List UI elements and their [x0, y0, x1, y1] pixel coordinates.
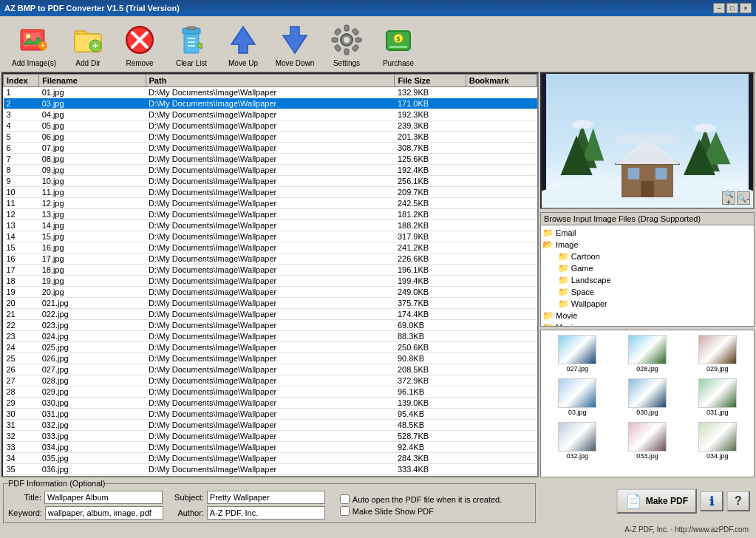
table-row[interactable]: 27 028.jpg D:\My Documents\Image\Wallpap…: [4, 375, 537, 387]
thumbnail-item[interactable]: 031.jpg: [684, 377, 751, 418]
keyword-input[interactable]: [45, 506, 163, 520]
table-row[interactable]: 30 031.jpg D:\My Documents\Image\Wallpap…: [4, 409, 537, 420]
cell-filesize: 208.5KB: [395, 364, 466, 375]
table-row[interactable]: 31 032.jpg D:\My Documents\Image\Wallpap…: [4, 420, 537, 431]
thumbnail-item[interactable]: 027.jpg: [544, 333, 611, 374]
table-row[interactable]: 4 05.jpg D:\My Documents\Image\Wallpaper…: [4, 120, 537, 132]
col-header-bookmark[interactable]: Bookmark: [466, 75, 537, 87]
table-row[interactable]: 32 033.jpg D:\My Documents\Image\Wallpap…: [4, 431, 537, 442]
table-row[interactable]: 15 16.jpg D:\My Documents\Image\Wallpape…: [4, 242, 537, 253]
close-button[interactable]: ×: [740, 3, 752, 13]
info-button[interactable]: ℹ: [700, 491, 723, 511]
move-up-button[interactable]: Move Up: [217, 21, 269, 69]
table-row[interactable]: 34 035.jpg D:\My Documents\Image\Wallpap…: [4, 453, 537, 464]
cell-filename: 12.jpg: [39, 198, 146, 209]
table-row[interactable]: 5 06.jpg D:\My Documents\Image\Wallpaper…: [4, 132, 537, 143]
cell-filesize: 201.3KB: [395, 132, 466, 143]
cell-filename: 03.jpg: [39, 98, 146, 109]
maximize-button[interactable]: □: [726, 3, 738, 13]
cell-filesize: 375.7KB: [395, 298, 466, 309]
settings-button[interactable]: Settings: [321, 21, 372, 69]
table-row[interactable]: 18 19.jpg D:\My Documents\Image\Wallpape…: [4, 276, 537, 287]
tree-item[interactable]: 📁 Cartoon: [542, 251, 752, 262]
table-row[interactable]: 11 12.jpg D:\My Documents\Image\Wallpape…: [4, 198, 537, 209]
tree-item[interactable]: 📁 Wallpaper: [542, 298, 752, 310]
thumbnail-item[interactable]: 033.jpg: [614, 420, 681, 461]
thumbnail-item[interactable]: 03.jpg: [544, 377, 611, 418]
table-row[interactable]: 9 10.jpg D:\My Documents\Image\Wallpaper…: [4, 176, 537, 187]
cell-bookmark: [466, 464, 537, 475]
make-pdf-button[interactable]: 📄 Make PDF: [616, 488, 697, 514]
cell-filesize: 88.3KB: [395, 331, 466, 342]
zoom-out-button[interactable]: 🔍-: [737, 191, 750, 205]
clear-list-label: Clear List: [176, 59, 207, 67]
table-row[interactable]: 14 15.jpg D:\My Documents\Image\Wallpape…: [4, 231, 537, 242]
minimize-button[interactable]: −: [713, 3, 725, 13]
table-row[interactable]: 21 022.jpg D:\My Documents\Image\Wallpap…: [4, 309, 537, 320]
thumbnail-item[interactable]: 032.jpg: [544, 420, 611, 461]
table-row[interactable]: 23 024.jpg D:\My Documents\Image\Wallpap…: [4, 331, 537, 342]
tree-item[interactable]: 📁 Music: [542, 321, 752, 326]
col-header-index[interactable]: Index: [4, 75, 39, 87]
remove-button[interactable]: Remove: [114, 21, 166, 69]
thumbnails-grid: 027.jpg 028.jpg 029.jpg 03.jpg 030.jpg 0…: [541, 330, 754, 464]
auto-open-checkbox[interactable]: [340, 494, 350, 504]
col-header-filename[interactable]: Filename: [39, 75, 146, 87]
cell-path: D:\My Documents\Image\Wallpaper: [146, 265, 395, 276]
table-row[interactable]: 19 20.jpg D:\My Documents\Image\Wallpape…: [4, 287, 537, 298]
table-row[interactable]: 10 11.jpg D:\My Documents\Image\Wallpape…: [4, 187, 537, 198]
thumbnail-item[interactable]: 034.jpg: [684, 420, 751, 461]
table-row[interactable]: 33 034.jpg D:\My Documents\Image\Wallpap…: [4, 442, 537, 453]
help-button[interactable]: ?: [726, 491, 750, 511]
table-row[interactable]: 29 030.jpg D:\My Documents\Image\Wallpap…: [4, 398, 537, 409]
thumbnail-item[interactable]: 029.jpg: [684, 333, 751, 374]
purchase-icon: $: [381, 22, 416, 58]
file-browser-tree[interactable]: 📁 Email 📂 Image 📁 Cartoon 📁 Game 📁 Lands…: [541, 225, 754, 326]
thumbnails-area[interactable]: 027.jpg 028.jpg 029.jpg 03.jpg 030.jpg 0…: [540, 330, 755, 477]
table-row[interactable]: 26 027.jpg D:\My Documents\Image\Wallpap…: [4, 364, 537, 375]
tree-item[interactable]: 📁 Space: [542, 286, 752, 298]
tree-item[interactable]: 📂 Image: [542, 239, 752, 251]
table-row[interactable]: 3 04.jpg D:\My Documents\Image\Wallpaper…: [4, 109, 537, 120]
thumb-image: [558, 335, 596, 364]
table-row[interactable]: 16 17.jpg D:\My Documents\Image\Wallpape…: [4, 253, 537, 265]
cell-filename: 030.jpg: [39, 398, 146, 409]
table-row[interactable]: 1 01.jpg D:\My Documents\Image\Wallpaper…: [4, 87, 537, 98]
table-row[interactable]: 24 025.jpg D:\My Documents\Image\Wallpap…: [4, 342, 537, 353]
clear-list-button[interactable]: Clear List: [166, 21, 217, 69]
thumbnail-item[interactable]: 030.jpg: [614, 377, 681, 418]
thumbnail-item[interactable]: 028.jpg: [614, 333, 681, 374]
subject-input[interactable]: [207, 491, 325, 504]
table-row[interactable]: 12 13.jpg D:\My Documents\Image\Wallpape…: [4, 209, 537, 220]
table-row[interactable]: 25 026.jpg D:\My Documents\Image\Wallpap…: [4, 353, 537, 364]
table-row[interactable]: 8 09.jpg D:\My Documents\Image\Wallpaper…: [4, 165, 537, 176]
table-row[interactable]: 13 14.jpg D:\My Documents\Image\Wallpape…: [4, 220, 537, 231]
col-header-path[interactable]: Path: [146, 75, 395, 87]
table-row[interactable]: 20 021.jpg D:\My Documents\Image\Wallpap…: [4, 298, 537, 309]
cell-path: D:\My Documents\Image\Wallpaper: [146, 342, 395, 353]
move-down-button[interactable]: Move Down: [269, 21, 321, 69]
author-input[interactable]: [207, 506, 325, 520]
table-row[interactable]: 7 08.jpg D:\My Documents\Image\Wallpaper…: [4, 154, 537, 165]
table-row[interactable]: 6 07.jpg D:\My Documents\Image\Wallpaper…: [4, 143, 537, 154]
tree-item[interactable]: 📁 Game: [542, 262, 752, 274]
table-row[interactable]: 28 029.jpg D:\My Documents\Image\Wallpap…: [4, 387, 537, 398]
file-table-scroll[interactable]: Index Filename Path File Size Bookmark 1…: [3, 74, 537, 476]
cell-index: 7: [4, 154, 39, 165]
table-row[interactable]: 17 18.jpg D:\My Documents\Image\Wallpape…: [4, 265, 537, 276]
slide-show-checkbox[interactable]: [340, 506, 350, 516]
title-input[interactable]: [44, 491, 163, 504]
table-row[interactable]: 2 03.jpg D:\My Documents\Image\Wallpaper…: [4, 98, 537, 109]
col-header-filesize[interactable]: File Size: [395, 75, 466, 87]
add-images-button[interactable]: + Add Image(s): [6, 21, 62, 69]
tree-item[interactable]: 📁 Landscape: [542, 274, 752, 286]
purchase-button[interactable]: $ Purchase: [372, 21, 424, 69]
add-dir-button[interactable]: + Add Dir: [62, 21, 114, 69]
zoom-in-button[interactable]: 🔍+: [722, 191, 735, 205]
table-row[interactable]: 22 023.jpg D:\My Documents\Image\Wallpap…: [4, 320, 537, 331]
table-row[interactable]: 35 036.jpg D:\My Documents\Image\Wallpap…: [4, 464, 537, 475]
tree-item[interactable]: 📁 Email: [542, 227, 752, 239]
folder-icon: 📂: [542, 239, 554, 250]
tree-item[interactable]: 📁 Movie: [542, 310, 752, 321]
cell-path: D:\My Documents\Image\Wallpaper: [146, 176, 395, 187]
